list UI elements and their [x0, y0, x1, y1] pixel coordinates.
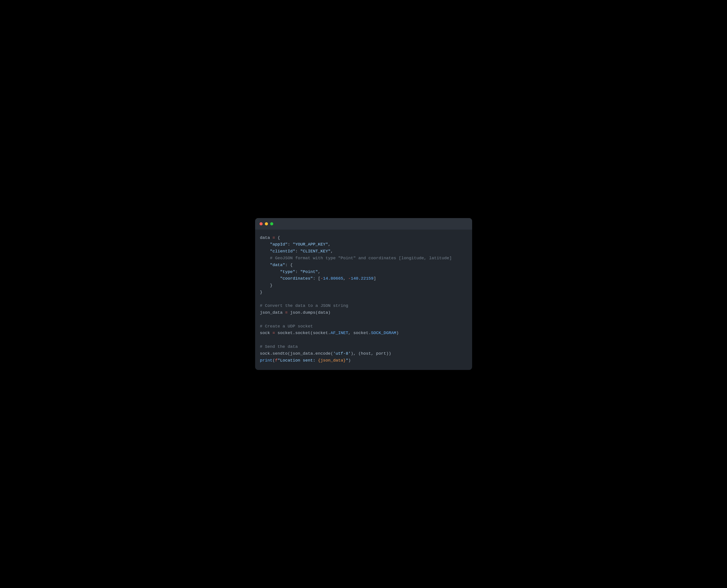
token-kw: f — [275, 358, 277, 363]
token-str: 'utf-8' — [333, 351, 351, 356]
token-fstr-var: {json_data} — [318, 358, 346, 363]
token-const: 14.80665 — [323, 276, 343, 281]
token-const: SOCK_DGRAM — [371, 331, 396, 335]
token-str: "coordinates" — [280, 276, 313, 281]
token-str: "data" — [270, 262, 285, 268]
token-str: "appId" — [270, 242, 288, 247]
token-kw: = — [273, 235, 275, 240]
token-builtin: print — [260, 358, 273, 363]
token-str: "Location sent: — [277, 358, 318, 363]
minimize-button[interactable] — [265, 222, 268, 225]
code-window: data = { "appId": "YOUR_APP_KEY", "clien… — [255, 218, 472, 370]
token-str: "type" — [280, 269, 295, 274]
token-str: "Point" — [300, 269, 318, 274]
maximize-button[interactable] — [270, 222, 273, 225]
token-str: "YOUR_APP_KEY" — [293, 242, 328, 247]
token-const: AF_INET — [331, 331, 348, 335]
close-button[interactable] — [259, 222, 263, 225]
token-kw: - — [348, 276, 351, 281]
token-kw: = — [273, 331, 275, 335]
token-str: " — [346, 358, 348, 363]
token-com: # Convert the data to a JSON string — [260, 303, 348, 308]
token-com: # Create a UDP socket — [260, 324, 313, 329]
token-str: "clientId" — [270, 249, 295, 254]
token-const: 140.22159 — [351, 276, 374, 281]
token-kw: = — [285, 310, 288, 315]
token-kw: - — [320, 276, 323, 281]
token-str: "CLIENT_KEY" — [300, 249, 331, 254]
window-titlebar — [255, 218, 472, 230]
code-content[interactable]: data = { "appId": "YOUR_APP_KEY", "clien… — [255, 230, 472, 370]
token-com: # GeoJSON format with type "Point" and c… — [270, 256, 452, 260]
token-com: # Send the data — [260, 344, 298, 349]
